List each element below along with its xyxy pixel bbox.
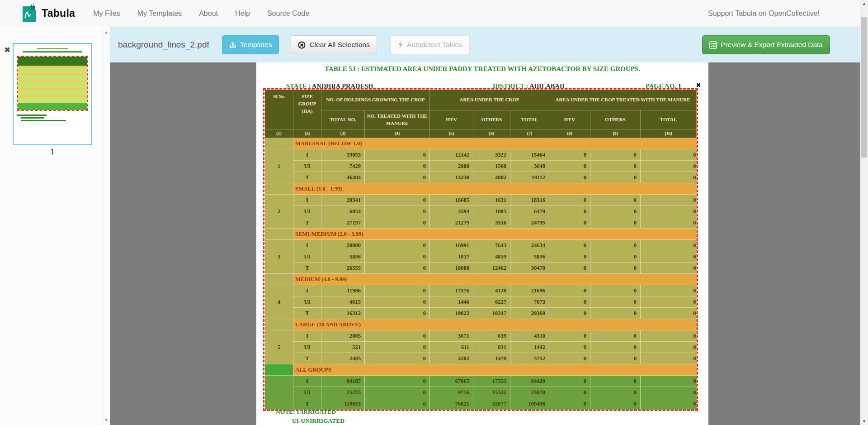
value-cell: 7673: [510, 296, 549, 308]
value-cell: 6479: [510, 206, 549, 217]
value-cell: 5752: [510, 353, 549, 364]
value-cell: 0: [549, 149, 590, 161]
page-thumbnail[interactable]: [13, 43, 92, 145]
nav-link-support[interactable]: Support Tabula on OpenCollective!: [708, 10, 820, 18]
value-cell: 20341: [321, 195, 365, 206]
value-cell: 0: [590, 353, 641, 364]
value-cell: 831: [473, 342, 510, 353]
table-header-cell: TOTAL: [641, 110, 697, 129]
document-title: TABLE 5J : ESTIMATED AREA UNDER PADDY TR…: [256, 65, 708, 73]
value-cell: 0: [641, 161, 697, 172]
pdf-page[interactable]: TABLE 5J : ESTIMATED AREA UNDER PADDY TR…: [256, 62, 708, 425]
value-cell: 20800: [321, 240, 365, 251]
value-cell: 0: [549, 296, 590, 308]
window-scrollbar[interactable]: ▲ ▼: [860, 0, 868, 425]
preview-export-button[interactable]: Preview & Export Extracted Data: [702, 35, 830, 54]
window-scrollbar-thumb[interactable]: [861, 17, 867, 158]
group-label-cell: SMALL (1.0 - 1.99): [293, 183, 697, 195]
group-slno-cell: [265, 229, 293, 240]
thumbnail-table-allgroups: [18, 103, 87, 110]
table-colnum-cell: (6): [473, 129, 510, 138]
table-selection-box[interactable]: Sl.NoSIZE GROUP (HA)NO. OF HOLDINGS GROW…: [263, 88, 698, 411]
group-slno-cell: [265, 319, 293, 330]
selection-close-icon[interactable]: ✖: [696, 81, 701, 89]
nav-item-my-files[interactable]: My Files: [93, 10, 120, 18]
value-cell: 0: [641, 330, 697, 342]
value-cell: 0: [590, 240, 641, 251]
templates-button[interactable]: Templates: [222, 35, 279, 54]
value-cell: 0: [365, 206, 430, 217]
value-cell: 5856: [321, 251, 365, 263]
note-line-1: NOTE: I-IRRIGATED: [276, 408, 336, 415]
table-row: UI25275097561532225078000: [265, 387, 697, 398]
value-cell: 12462: [473, 263, 510, 274]
sidebar-scroll-up-icon[interactable]: ▲: [103, 30, 110, 34]
value-cell: 0: [641, 172, 697, 183]
table-header-cell: HYV: [549, 110, 590, 129]
value-cell: 0: [365, 161, 430, 172]
value-cell: 2485: [321, 353, 365, 364]
value-cell: 16312: [321, 308, 365, 319]
value-cell: 0: [590, 206, 641, 217]
value-cell: 19112: [510, 172, 549, 183]
row-label-cell: UI: [293, 161, 321, 172]
value-cell: 0: [641, 217, 697, 229]
value-cell: 11986: [321, 285, 365, 296]
value-cell: 15322: [473, 387, 510, 398]
table-colnum-cell: (1): [265, 129, 293, 138]
value-cell: 27197: [321, 217, 365, 229]
thumbnail-note-line: [21, 117, 44, 119]
thumbnail-table-rows: [18, 66, 87, 103]
value-cell: 0: [365, 353, 430, 364]
value-cell: 0: [549, 376, 590, 387]
value-cell: 0: [365, 240, 430, 251]
window-scroll-up-icon[interactable]: ▲: [860, 1, 868, 6]
note-line-2: UI-UNIRRIGATED: [292, 417, 344, 425]
value-cell: 0: [641, 149, 697, 161]
row-label-cell: T: [293, 308, 321, 319]
table-colnum-cell: (9): [590, 129, 641, 138]
table-row: UI68540459418856479000: [265, 206, 697, 217]
value-cell: 94185: [321, 376, 365, 387]
table-row: T163120190221034729369000: [265, 308, 697, 319]
window-scroll-down-icon[interactable]: ▼: [860, 419, 868, 424]
thumbnail-table-header: [18, 57, 87, 66]
value-cell: 0: [365, 195, 430, 206]
table-header-cell: TOTAL NO.: [321, 110, 365, 129]
value-cell: 4615: [321, 296, 365, 308]
value-cell: 2005: [321, 330, 365, 342]
clear-all-selections-button[interactable]: Clear All Selections: [291, 35, 377, 54]
slno-cell: [265, 376, 293, 410]
table-header-cell: AREA UNDER THE CROP: [430, 90, 549, 110]
value-cell: 0: [549, 195, 590, 206]
value-cell: 30470: [510, 263, 549, 274]
table-row: I941850670651735584420000: [265, 376, 697, 387]
value-cell: 0: [641, 206, 697, 217]
value-cell: 0: [365, 330, 430, 342]
table-row: 1I39053012142332215464000: [265, 149, 697, 161]
remove-page-icon[interactable]: ✖: [4, 45, 10, 55]
nav-item-about[interactable]: About: [199, 10, 218, 18]
value-cell: 0: [641, 240, 697, 251]
table-row: UI52106118311442000: [265, 342, 697, 353]
value-cell: 0: [641, 398, 697, 410]
value-cell: 1885: [473, 206, 510, 217]
value-cell: 6854: [321, 206, 365, 217]
table-header-cell: Sl.No: [265, 90, 293, 129]
value-cell: 0: [365, 376, 430, 387]
group-slno-cell: [265, 274, 293, 285]
value-cell: 119033: [321, 398, 365, 410]
nav-item-help[interactable]: Help: [235, 10, 250, 18]
value-cell: 0: [641, 353, 697, 364]
nav-item-source-code[interactable]: Source Code: [267, 10, 309, 18]
sidebar-scroll-down-icon[interactable]: ▼: [103, 418, 110, 422]
value-cell: 46484: [321, 172, 365, 183]
value-cell: 0: [590, 285, 641, 296]
value-cell: 0: [549, 387, 590, 398]
nav-item-my-templates[interactable]: My Templates: [137, 10, 182, 18]
value-cell: 4594: [430, 206, 473, 217]
value-cell: 24634: [510, 240, 549, 251]
sidebar-scrollbar[interactable]: ▲ ▼: [102, 27, 110, 425]
table-row: T27197021279351624795000: [265, 217, 697, 229]
table-header-cell: OTHERS: [590, 110, 641, 129]
